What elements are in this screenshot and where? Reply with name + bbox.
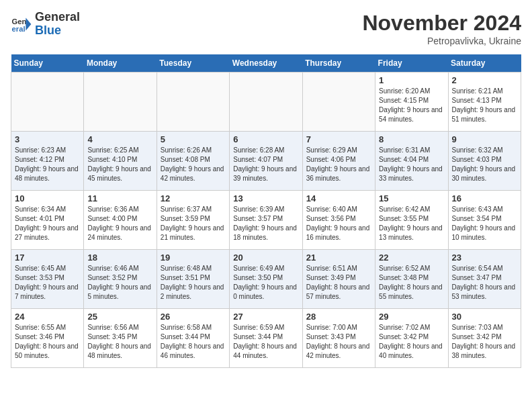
day-number: 10	[15, 193, 80, 203]
day-number: 16	[452, 193, 517, 203]
calendar-cell	[84, 73, 157, 132]
day-info: Sunrise: 6:58 AM Sunset: 3:44 PM Dayligh…	[161, 323, 226, 361]
calendar-cell: 16Sunrise: 6:43 AM Sunset: 3:54 PM Dayli…	[448, 191, 521, 250]
day-info: Sunrise: 6:39 AM Sunset: 3:57 PM Dayligh…	[233, 205, 298, 242]
calendar-cell: 1Sunrise: 6:20 AM Sunset: 4:15 PM Daylig…	[375, 73, 448, 132]
svg-text:Gen: Gen	[12, 17, 27, 26]
header-tuesday: Tuesday	[157, 54, 229, 73]
day-number: 3	[15, 134, 80, 144]
day-info: Sunrise: 6:42 AM Sunset: 3:55 PM Dayligh…	[379, 205, 444, 242]
calendar-cell: 29Sunrise: 7:02 AM Sunset: 3:42 PM Dayli…	[375, 309, 448, 368]
day-info: Sunrise: 6:51 AM Sunset: 3:49 PM Dayligh…	[306, 264, 371, 302]
day-info: Sunrise: 6:34 AM Sunset: 4:01 PM Dayligh…	[15, 205, 80, 242]
calendar-cell: 18Sunrise: 6:46 AM Sunset: 3:52 PM Dayli…	[84, 250, 157, 309]
day-number: 6	[233, 134, 298, 144]
calendar-cell: 17Sunrise: 6:45 AM Sunset: 3:53 PM Dayli…	[11, 250, 84, 309]
day-info: Sunrise: 6:46 AM Sunset: 3:52 PM Dayligh…	[87, 264, 152, 302]
week-row-2: 3Sunrise: 6:23 AM Sunset: 4:12 PM Daylig…	[11, 132, 521, 191]
logo-general: General	[35, 11, 80, 24]
calendar-header-row: Sunday Monday Tuesday Wednesday Thursday…	[11, 54, 521, 73]
day-info: Sunrise: 6:55 AM Sunset: 3:46 PM Dayligh…	[15, 323, 80, 361]
day-info: Sunrise: 6:29 AM Sunset: 4:06 PM Dayligh…	[306, 146, 371, 183]
day-info: Sunrise: 6:59 AM Sunset: 3:44 PM Dayligh…	[233, 323, 298, 361]
calendar-cell: 12Sunrise: 6:37 AM Sunset: 3:59 PM Dayli…	[157, 191, 229, 250]
day-number: 22	[379, 253, 444, 263]
day-info: Sunrise: 6:45 AM Sunset: 3:53 PM Dayligh…	[15, 264, 80, 302]
week-row-1: 1Sunrise: 6:20 AM Sunset: 4:15 PM Daylig…	[11, 73, 521, 132]
day-info: Sunrise: 6:56 AM Sunset: 3:45 PM Dayligh…	[87, 323, 152, 361]
svg-marker-2	[26, 17, 31, 30]
day-info: Sunrise: 6:37 AM Sunset: 3:59 PM Dayligh…	[161, 205, 226, 242]
day-number: 30	[452, 312, 517, 322]
day-number: 9	[452, 134, 517, 144]
day-number: 29	[379, 312, 444, 322]
calendar-cell	[157, 73, 229, 132]
calendar-cell	[11, 73, 84, 132]
day-number: 23	[452, 253, 517, 263]
calendar-cell	[302, 73, 375, 132]
day-number: 17	[15, 253, 80, 263]
day-info: Sunrise: 6:28 AM Sunset: 4:07 PM Dayligh…	[233, 146, 298, 183]
day-number: 18	[87, 253, 152, 263]
header-monday: Monday	[84, 54, 157, 73]
calendar-cell: 27Sunrise: 6:59 AM Sunset: 3:44 PM Dayli…	[230, 309, 302, 368]
calendar-cell: 15Sunrise: 6:42 AM Sunset: 3:55 PM Dayli…	[375, 191, 448, 250]
day-info: Sunrise: 6:21 AM Sunset: 4:13 PM Dayligh…	[452, 87, 517, 124]
calendar-cell: 21Sunrise: 6:51 AM Sunset: 3:49 PM Dayli…	[302, 250, 375, 309]
calendar-cell: 3Sunrise: 6:23 AM Sunset: 4:12 PM Daylig…	[11, 132, 84, 191]
logo-icon: Gen eral	[11, 13, 32, 35]
calendar-cell: 10Sunrise: 6:34 AM Sunset: 4:01 PM Dayli…	[11, 191, 84, 250]
calendar-cell: 7Sunrise: 6:29 AM Sunset: 4:06 PM Daylig…	[302, 132, 375, 191]
day-info: Sunrise: 6:54 AM Sunset: 3:47 PM Dayligh…	[452, 264, 517, 302]
calendar-cell: 13Sunrise: 6:39 AM Sunset: 3:57 PM Dayli…	[230, 191, 302, 250]
day-number: 27	[233, 312, 298, 322]
day-info: Sunrise: 6:36 AM Sunset: 4:00 PM Dayligh…	[87, 205, 152, 242]
day-number: 7	[306, 134, 371, 144]
logo-blue: Blue	[35, 24, 80, 38]
day-number: 21	[306, 253, 371, 263]
day-number: 28	[306, 312, 371, 322]
day-info: Sunrise: 6:31 AM Sunset: 4:04 PM Dayligh…	[379, 146, 444, 183]
calendar-cell: 24Sunrise: 6:55 AM Sunset: 3:46 PM Dayli…	[11, 309, 84, 368]
day-number: 12	[161, 193, 226, 203]
day-info: Sunrise: 6:23 AM Sunset: 4:12 PM Dayligh…	[15, 146, 80, 183]
header-thursday: Thursday	[302, 54, 375, 73]
calendar-cell: 4Sunrise: 6:25 AM Sunset: 4:10 PM Daylig…	[84, 132, 157, 191]
day-number: 19	[161, 253, 226, 263]
calendar-cell	[230, 73, 302, 132]
calendar-cell: 28Sunrise: 7:00 AM Sunset: 3:43 PM Dayli…	[302, 309, 375, 368]
day-number: 2	[452, 75, 517, 85]
day-info: Sunrise: 6:49 AM Sunset: 3:50 PM Dayligh…	[233, 264, 298, 302]
title-block: November 2024 Petropavlivka, Ukraine	[362, 11, 521, 46]
calendar-cell: 6Sunrise: 6:28 AM Sunset: 4:07 PM Daylig…	[230, 132, 302, 191]
calendar-cell: 19Sunrise: 6:48 AM Sunset: 3:51 PM Dayli…	[157, 250, 229, 309]
calendar-cell: 23Sunrise: 6:54 AM Sunset: 3:47 PM Dayli…	[448, 250, 521, 309]
month-title: November 2024	[362, 11, 521, 36]
day-info: Sunrise: 6:40 AM Sunset: 3:56 PM Dayligh…	[306, 205, 371, 242]
header: Gen eral General Blue November 2024 Petr…	[11, 11, 521, 46]
day-number: 1	[379, 75, 444, 85]
day-info: Sunrise: 7:02 AM Sunset: 3:42 PM Dayligh…	[379, 323, 444, 361]
calendar-cell: 5Sunrise: 6:26 AM Sunset: 4:08 PM Daylig…	[157, 132, 229, 191]
calendar-table: Sunday Monday Tuesday Wednesday Thursday…	[11, 54, 521, 368]
day-info: Sunrise: 6:48 AM Sunset: 3:51 PM Dayligh…	[161, 264, 226, 302]
day-info: Sunrise: 6:43 AM Sunset: 3:54 PM Dayligh…	[452, 205, 517, 242]
day-info: Sunrise: 7:00 AM Sunset: 3:43 PM Dayligh…	[306, 323, 371, 361]
location-subtitle: Petropavlivka, Ukraine	[362, 36, 521, 46]
day-number: 25	[87, 312, 152, 322]
header-wednesday: Wednesday	[230, 54, 302, 73]
day-info: Sunrise: 6:26 AM Sunset: 4:08 PM Dayligh…	[161, 146, 226, 183]
day-number: 20	[233, 253, 298, 263]
logo: Gen eral General Blue	[11, 11, 80, 38]
week-row-3: 10Sunrise: 6:34 AM Sunset: 4:01 PM Dayli…	[11, 191, 521, 250]
day-number: 11	[87, 193, 152, 203]
calendar-cell: 2Sunrise: 6:21 AM Sunset: 4:13 PM Daylig…	[448, 73, 521, 132]
calendar-cell: 20Sunrise: 6:49 AM Sunset: 3:50 PM Dayli…	[230, 250, 302, 309]
week-row-4: 17Sunrise: 6:45 AM Sunset: 3:53 PM Dayli…	[11, 250, 521, 309]
calendar-cell: 30Sunrise: 7:03 AM Sunset: 3:42 PM Dayli…	[448, 309, 521, 368]
day-info: Sunrise: 7:03 AM Sunset: 3:42 PM Dayligh…	[452, 323, 517, 361]
day-info: Sunrise: 6:25 AM Sunset: 4:10 PM Dayligh…	[87, 146, 152, 183]
calendar-cell: 26Sunrise: 6:58 AM Sunset: 3:44 PM Dayli…	[157, 309, 229, 368]
day-number: 5	[161, 134, 226, 144]
day-number: 24	[15, 312, 80, 322]
